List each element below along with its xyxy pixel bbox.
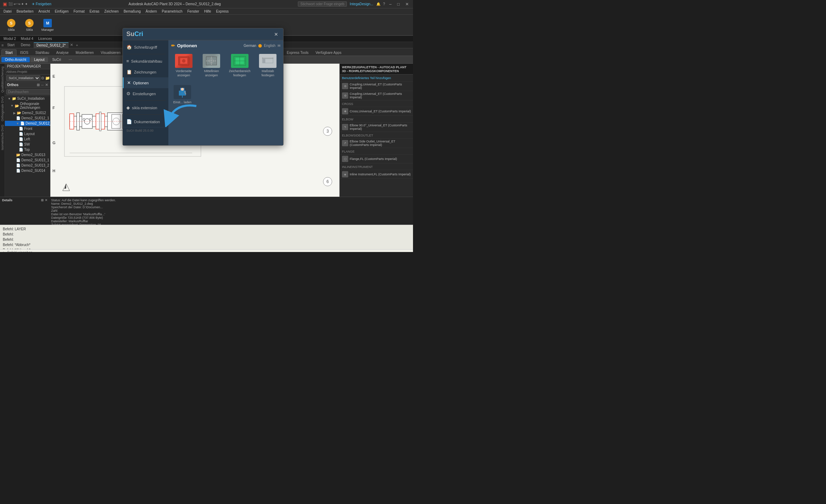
ribbon-tab-stahlbau[interactable]: Stahlbau — [32, 50, 52, 56]
nav-layout[interactable]: Layout — [30, 57, 48, 62]
toolbar-manager-btn[interactable]: M Manager — [39, 16, 56, 34]
menu-format[interactable]: Format — [71, 9, 87, 14]
menu-bearbeiten[interactable]: Bearbeiten — [14, 9, 35, 14]
menu-parametrisch[interactable]: Parametrisch — [160, 9, 184, 14]
close-tab-icon[interactable]: ✕ — [70, 43, 73, 47]
right-item-elbow[interactable]: ↰ Elbow 90.0°_Universal_ET (CustomParts … — [340, 122, 413, 132]
vert-tab-iso[interactable]: Isometrische DVG — [0, 123, 5, 152]
add-tab-button[interactable]: + — [74, 42, 80, 48]
tree-su012-2[interactable]: ▼ 📄 Demo2_SU012_2 — [5, 121, 50, 126]
popup-grid-zeichenbereich[interactable]: Zeichenbereich festlegen — [227, 52, 253, 79]
vert-tab-ortho[interactable]: Orthogonale DVG — [0, 95, 5, 123]
tree-ortho[interactable]: ▼ 📂 Orthogonale Zeichnungen — [5, 101, 50, 110]
tree-su012-1[interactable]: 📄 Demo2_SU012_1 — [5, 115, 50, 121]
ribbon-tab-express-tools[interactable]: Express Tools — [283, 50, 312, 56]
toolbar-sikla-btn-1[interactable]: S Sikla — [3, 16, 20, 34]
menu-ansicht[interactable]: Ansicht — [36, 9, 52, 14]
module-2[interactable]: Modul 2 — [1, 36, 18, 41]
options-pencil-icon: ✏ — [171, 43, 175, 48]
module-licences[interactable]: Licences — [36, 36, 54, 41]
tree-su012[interactable]: ▶ 📂 Demo2_SU012 — [5, 110, 50, 115]
menu-hilfe[interactable]: Hilfe — [202, 9, 213, 14]
menu-datei[interactable]: Datei — [1, 9, 14, 14]
right-item-elbow-side[interactable]: ↱ Elbow Side Outlet_Universal_ET (Custom… — [340, 139, 413, 148]
module-4[interactable]: Modul 4 — [19, 36, 36, 41]
tree-front[interactable]: 📄 Front — [5, 126, 50, 131]
ribbon-tab-verfuegbare-apps[interactable]: Verfügbare Apps — [312, 50, 345, 56]
title-right: IntegaDesign... 🔔 ? – □ ✕ — [298, 1, 410, 7]
popup-zeichnungen[interactable]: 📋 Zeichnungen — [123, 66, 168, 77]
popup-grid-mittellinien[interactable]: Mittellinien anzeigen — [199, 52, 224, 79]
tree-sw[interactable]: 📄 SW — [5, 142, 50, 147]
svg-rect-37 — [262, 59, 265, 63]
popup-dokumentation[interactable]: 📄 Dokumentation — [123, 116, 168, 127]
ribbon-tab-analyse[interactable]: Analyse — [53, 50, 72, 56]
nav-more[interactable]: ⋯ — [65, 57, 76, 62]
cross-icon: ✚ — [342, 108, 348, 114]
tree-su013-1[interactable]: 📄 Demo2_SU013_1 — [5, 158, 50, 163]
menu-fenster[interactable]: Fenster — [185, 9, 201, 14]
tree-su013[interactable]: 📂 Demo2_SU013 — [5, 152, 50, 158]
ribbon-tab-visualisieren[interactable]: Visualisieren — [97, 50, 124, 56]
tree-top[interactable]: 📄 Top — [5, 147, 50, 152]
menu-extras[interactable]: Extras — [88, 9, 102, 14]
project-folder-icon[interactable]: 📁 — [45, 76, 50, 80]
project-search-input[interactable] — [6, 89, 54, 94]
right-item-coupling-1[interactable]: ⚙ Coupling,Universal_ET (CustomParts Imp… — [340, 82, 413, 91]
popup-schnellzugriff[interactable]: 🏠 Schnellzugriff — [123, 42, 168, 52]
menu-express[interactable]: Express — [214, 9, 231, 14]
console-input-field[interactable] — [7, 251, 410, 252]
ribbon-tab-start[interactable]: Start — [1, 49, 16, 56]
console-output: Befehl: LAYER Befehl: Befehl: Befehl: *A… — [0, 225, 413, 249]
ribbon-tab-isos[interactable]: ISOS — [16, 50, 32, 56]
tab-demo[interactable]: Demo — [18, 42, 33, 48]
nav-ortho-ansicht[interactable]: Ortho-Ansicht — [1, 57, 30, 62]
nav-sucri[interactable]: SuCri — [49, 57, 64, 62]
title-search-input[interactable] — [298, 1, 347, 7]
right-item-inline[interactable]: ◈ Inline Instrument,FL (CustomParts Impe… — [340, 170, 413, 179]
lang-de[interactable]: German — [244, 44, 256, 48]
popup-load-settings[interactable]: Einst... laden — [171, 83, 194, 107]
drawings-icon: 📋 — [126, 69, 132, 75]
toolbar-sikla-btn-2[interactable]: S Sikla — [21, 16, 38, 34]
maximize-button[interactable]: □ — [396, 2, 401, 7]
settings-gear-icon: ⚙ — [126, 91, 131, 96]
popup-optionen[interactable]: ✕ Optionen — [123, 77, 168, 88]
project-select[interactable]: SuCri_Installation — [6, 75, 40, 81]
popup-einstellungen[interactable]: ⚙ Einstellungen — [123, 88, 168, 99]
menu-aendern[interactable]: Ändern — [144, 9, 159, 14]
console-arrow: ➤ — [3, 251, 6, 252]
lang-mail-icon[interactable]: ✉ — [278, 44, 280, 48]
minimize-button[interactable]: – — [388, 2, 393, 7]
popup-title-text: Optionen — [177, 43, 197, 48]
tree-su014[interactable]: 📄 Demo2_SU014 — [5, 168, 50, 173]
details-location: Speicherort der Datei: D:\Documen... — [51, 205, 411, 209]
sikla-icon-1: S — [7, 19, 15, 27]
menu-einfuegen[interactable]: Einfügen — [53, 9, 71, 14]
menu-bemasssung[interactable]: Bemaßung — [121, 9, 143, 14]
tab-demo2[interactable]: Demo2_SU012_2* — [34, 42, 68, 48]
ribbon-tab-modellieren[interactable]: Modellieren — [72, 50, 97, 56]
close-button[interactable]: ✕ — [404, 2, 410, 7]
popup-grid-vorderseite[interactable]: Vorderseite anzeigen — [171, 52, 196, 79]
right-item-flange[interactable]: ⬡ Flange,FL (CustomParts Imperial) — [340, 155, 413, 163]
popup-sikla-extension[interactable]: ◆ sikla extension — [123, 102, 168, 113]
project-settings-icon[interactable]: ⚙ — [41, 76, 44, 80]
vert-tab-qualitat[interactable]: Qualitätssicherung — [0, 65, 5, 94]
popup-close-button[interactable]: ✕ — [273, 31, 280, 37]
tree-su013-2[interactable]: 📄 Demo2_SU013_2 — [5, 163, 50, 168]
add-custom-part-btn[interactable]: Benutzerdefiniertes Teil hinzufügen — [342, 76, 391, 80]
help-icon[interactable]: ? — [383, 2, 385, 6]
popup-grid-massstab[interactable]: Maßstab festlegen — [255, 52, 280, 79]
tab-start[interactable]: Start — [4, 42, 17, 48]
tree-left[interactable]: 📄 Left — [5, 136, 50, 142]
right-item-cross[interactable]: ✚ Cross,Universal_ET (CustomParts Imperi… — [340, 107, 413, 116]
tree-root[interactable]: ▼ 📁 SuCri_Installation — [5, 96, 50, 101]
right-item-coupling-2[interactable]: ⚙ Coupling,Universal_ET (CustomParts Imp… — [340, 91, 413, 100]
menu-zeichnen[interactable]: Zeichnen — [102, 9, 121, 14]
lang-en[interactable]: English — [264, 44, 275, 48]
tree-layout[interactable]: 📄 Layout — [5, 131, 50, 136]
popup-sekundarstahlbau[interactable]: ≡ Sekundärstahlbau — [123, 56, 168, 66]
collapse-icon[interactable]: ≡ — [1, 43, 4, 47]
notification-icon[interactable]: 🔔 — [376, 2, 380, 6]
